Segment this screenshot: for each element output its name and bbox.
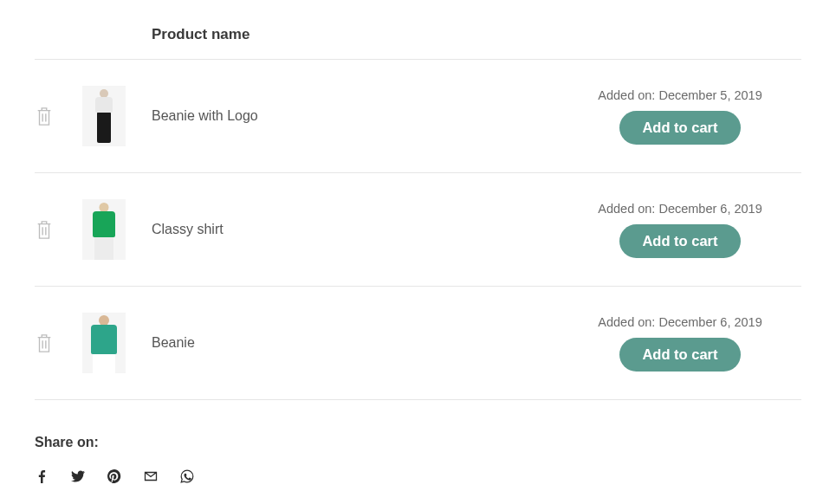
whatsapp-icon <box>180 469 194 483</box>
column-header-product-name: Product name <box>152 26 250 42</box>
envelope-icon <box>144 469 158 483</box>
added-on-text: Added on: December 5, 2019 <box>559 88 801 102</box>
product-name: Classy shirt <box>152 222 224 236</box>
share-facebook[interactable] <box>35 469 49 483</box>
trash-icon <box>35 218 54 241</box>
product-name-link[interactable]: Beanie with Logo <box>152 108 258 123</box>
share-whatsapp[interactable] <box>180 469 194 483</box>
facebook-icon <box>35 469 49 483</box>
added-on-text: Added on: December 6, 2019 <box>559 202 801 216</box>
share-twitter[interactable] <box>71 469 85 483</box>
wishlist-row: Classy shirt Added on: December 6, 2019 … <box>35 173 801 287</box>
pinterest-icon <box>107 469 121 483</box>
product-name: Beanie with Logo <box>152 108 258 123</box>
add-to-cart-button[interactable]: Add to cart <box>619 224 740 258</box>
wishlist-row: Beanie Added on: December 6, 2019 Add to… <box>35 287 801 400</box>
twitter-icon <box>71 469 85 483</box>
product-thumbnail <box>82 86 126 146</box>
remove-button[interactable] <box>35 105 82 127</box>
product-name-link[interactable]: Beanie <box>152 335 195 350</box>
share-email[interactable] <box>144 469 158 483</box>
share-section: Share on: <box>35 435 801 483</box>
add-to-cart-button[interactable]: Add to cart <box>619 338 740 372</box>
product-name: Beanie <box>152 335 195 350</box>
trash-icon <box>35 332 54 354</box>
product-thumbnail <box>82 313 126 373</box>
added-on-text: Added on: December 6, 2019 <box>559 315 801 329</box>
product-thumbnail <box>82 199 126 260</box>
remove-button[interactable] <box>35 332 82 354</box>
product-name-link[interactable]: Classy shirt <box>152 222 224 236</box>
product-thumbnail-link[interactable] <box>82 313 152 373</box>
share-icons <box>35 469 801 483</box>
wishlist-table: Product name Beanie with Logo Added on: … <box>35 17 801 400</box>
share-pinterest[interactable] <box>107 469 121 483</box>
remove-button[interactable] <box>35 218 82 241</box>
product-thumbnail-link[interactable] <box>82 199 152 260</box>
wishlist-header-row: Product name <box>35 17 801 60</box>
product-thumbnail-link[interactable] <box>82 86 152 146</box>
add-to-cart-button[interactable]: Add to cart <box>619 111 740 145</box>
share-on-label: Share on: <box>35 435 801 450</box>
wishlist-row: Beanie with Logo Added on: December 5, 2… <box>35 60 801 173</box>
trash-icon <box>35 105 54 127</box>
